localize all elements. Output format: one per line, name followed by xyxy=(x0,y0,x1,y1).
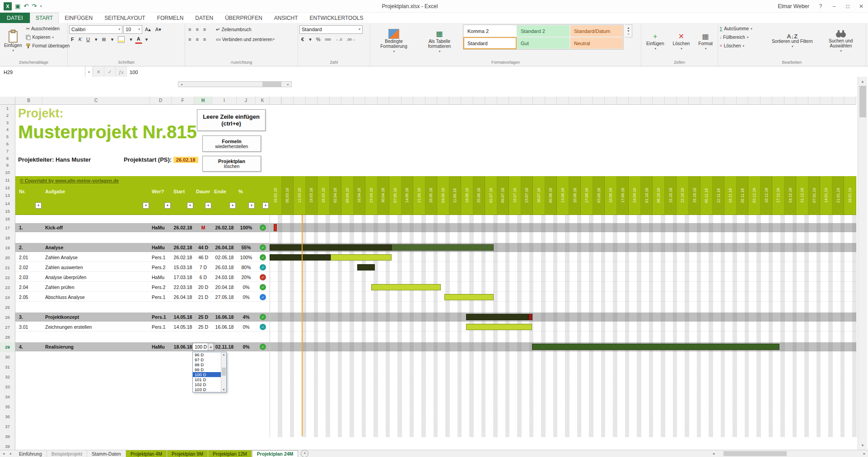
percent-style-button[interactable]: % xyxy=(314,35,322,44)
font-name-select[interactable]: Calibri▾ xyxy=(69,25,122,34)
align-left-icon[interactable]: ≡ xyxy=(187,35,193,44)
align-bottom-icon[interactable]: ≡ xyxy=(201,25,208,34)
hscroll-right-icon[interactable]: ▸ xyxy=(861,452,868,456)
sheet-tab-projektplan-4m[interactable]: Projektplan 4M xyxy=(126,450,167,457)
gantt-bar[interactable] xyxy=(392,244,493,251)
status-icon[interactable]: ✓ xyxy=(260,344,266,350)
ribbon-tab-seitenlayout[interactable]: SEITENLAYOUT xyxy=(98,13,151,23)
row-number-2[interactable]: 2 xyxy=(0,112,15,119)
dropdown-option[interactable]: 97 D xyxy=(193,357,221,362)
excel-logo-icon[interactable]: X xyxy=(4,2,12,10)
restore-button[interactable]: □ xyxy=(841,0,854,12)
status-icon[interactable]: ✓ xyxy=(260,324,266,330)
row-number-14[interactable]: 14 xyxy=(0,200,15,207)
ribbon-tab-formeln[interactable]: FORMELN xyxy=(151,13,190,23)
sort-filter-button[interactable]: A↓Z Sortieren und Filtern ▾ xyxy=(769,24,816,58)
row-number-35[interactable]: 35 xyxy=(0,402,15,412)
filter-dropdown-icon[interactable]: ▾ xyxy=(187,202,193,209)
cell-style-neutral[interactable]: Neutral xyxy=(570,37,623,49)
borders-button[interactable]: ⊞ xyxy=(100,35,108,44)
dropdown-option[interactable]: 98 D xyxy=(193,362,221,367)
row-number-37[interactable]: 37 xyxy=(0,422,15,432)
status-icon[interactable]: ✓ xyxy=(260,294,266,300)
filter-dropdown-icon[interactable]: ▾ xyxy=(229,202,236,209)
dropdown-option[interactable]: 100 D xyxy=(193,372,221,377)
font-size-select[interactable]: 10▾ xyxy=(123,25,142,34)
minimize-button[interactable]: – xyxy=(827,0,841,12)
underline-button[interactable]: U xyxy=(84,35,92,44)
cell-style-standard-2[interactable]: Standard 2 xyxy=(517,25,570,37)
gantt-bar[interactable] xyxy=(331,254,392,261)
row-number-7[interactable]: 7 xyxy=(0,148,15,155)
name-box-dropdown-icon[interactable]: ▾ xyxy=(85,66,93,78)
align-right-icon[interactable]: ≡ xyxy=(201,35,208,44)
gantt-milestone[interactable] xyxy=(274,224,277,231)
paste-button[interactable]: Einfügen ▾ xyxy=(1,24,24,58)
gantt-zoom-scrollbar[interactable]: ◂ ▸ xyxy=(178,81,292,87)
status-icon[interactable]: ✓ xyxy=(260,314,266,320)
conditional-formatting-button[interactable]: Bedingte Formatierung ▾ xyxy=(372,24,416,58)
dropdown-option[interactable]: 102 D xyxy=(193,382,221,387)
dropdown-option[interactable]: 96 D xyxy=(193,352,221,357)
status-icon[interactable]: ✓ xyxy=(260,254,266,261)
account-name[interactable]: Elmar Weber xyxy=(778,3,809,9)
worksheet[interactable]: ◂ ▸ BCDFHIJK 123456789101112131415161718… xyxy=(0,77,868,450)
row-number-6[interactable]: 6 xyxy=(0,140,15,148)
row-number-24[interactable]: 24 xyxy=(0,293,15,303)
row-number-25[interactable]: 25 xyxy=(0,303,15,312)
ribbon-tab-überprüfen[interactable]: ÜBERPRÜFEN xyxy=(219,13,268,23)
dropdown-scroll-thumb[interactable] xyxy=(222,368,226,376)
copy-dropdown-icon[interactable]: ▾ xyxy=(52,36,54,39)
help-button[interactable]: ? xyxy=(814,0,827,12)
formula-input[interactable]: 100 xyxy=(127,66,868,78)
slider-right-icon[interactable]: ▸ xyxy=(285,82,291,87)
gantt-bar[interactable] xyxy=(371,284,441,290)
slider-track[interactable] xyxy=(185,82,285,87)
row-number-19[interactable]: 19 xyxy=(0,243,15,253)
row-number-22[interactable]: 22 xyxy=(0,273,15,283)
column-letter-J[interactable]: J xyxy=(237,97,256,104)
row-number-38[interactable]: 38 xyxy=(0,432,15,442)
filter-dropdown-icon[interactable]: ▾ xyxy=(205,202,211,209)
paste-dropdown-icon[interactable]: ▾ xyxy=(12,48,14,53)
cut-button[interactable]: ✂Ausschneiden xyxy=(26,24,70,33)
column-headers[interactable]: BCDFHIJK xyxy=(15,97,856,105)
gallery-more-icon[interactable]: ≡ xyxy=(627,33,629,36)
ribbon-tab-ansicht[interactable]: ANSICHT xyxy=(268,13,304,23)
gantt-bar[interactable] xyxy=(357,264,375,270)
select-all-corner[interactable] xyxy=(0,97,15,105)
cell-style-standard[interactable]: Standard xyxy=(463,37,517,49)
row-number-10[interactable]: 10 xyxy=(0,169,15,176)
save-icon[interactable]: ▣ xyxy=(15,2,20,10)
ribbon-tab-entwicklertools[interactable]: ENTWICKLERTOOLS xyxy=(303,13,369,23)
fill-color-button[interactable] xyxy=(116,35,126,44)
insert-empty-row-button[interactable]: Leere Zeile einfügen (ctrl+e) xyxy=(197,109,266,131)
accounting-format-button[interactable]: € xyxy=(299,35,306,44)
name-box[interactable]: H29 xyxy=(0,66,85,78)
row-number-18[interactable]: 18 xyxy=(0,233,15,243)
clear-button[interactable]: ✕Löschen▾ xyxy=(719,42,767,50)
scroll-up-icon[interactable]: ▲ xyxy=(859,78,866,85)
column-letter-D[interactable]: D xyxy=(150,97,172,104)
gallery-down-icon[interactable]: ▼ xyxy=(627,29,630,33)
scroll-down-icon[interactable]: ▼ xyxy=(859,442,866,449)
new-sheet-button[interactable]: + xyxy=(301,450,308,457)
row-number-33[interactable]: 33 xyxy=(0,382,15,392)
gantt-bar[interactable] xyxy=(466,324,532,330)
cell-style-standard-datum[interactable]: Standard/Datum xyxy=(570,25,623,37)
row-number-32[interactable]: 32 xyxy=(0,372,15,382)
grow-font-button[interactable]: A▴ xyxy=(143,25,153,34)
project-start-value[interactable]: 26.02.18 xyxy=(173,157,198,163)
row-number-1[interactable]: 1 xyxy=(0,105,15,112)
fill-color-dropdown-icon[interactable]: ▾ xyxy=(128,35,134,44)
font-color-button[interactable]: A xyxy=(135,35,142,44)
ribbon-tab-start[interactable]: START xyxy=(30,13,59,23)
row-number-16[interactable]: 16 xyxy=(0,215,15,223)
row-number-31[interactable]: 31 xyxy=(0,362,15,372)
row-number-12[interactable]: 12 xyxy=(0,184,15,191)
autosum-button[interactable]: ∑AutoSumme▾ xyxy=(719,24,767,33)
font-color-dropdown-icon[interactable]: ▾ xyxy=(144,35,150,44)
status-icon[interactable]: ✓ xyxy=(260,224,266,231)
sheet-tab-beispielprojekt[interactable]: Beispielprojekt xyxy=(47,450,87,457)
row-headers[interactable]: 1234567891011121314151617181920212223242… xyxy=(0,105,15,450)
